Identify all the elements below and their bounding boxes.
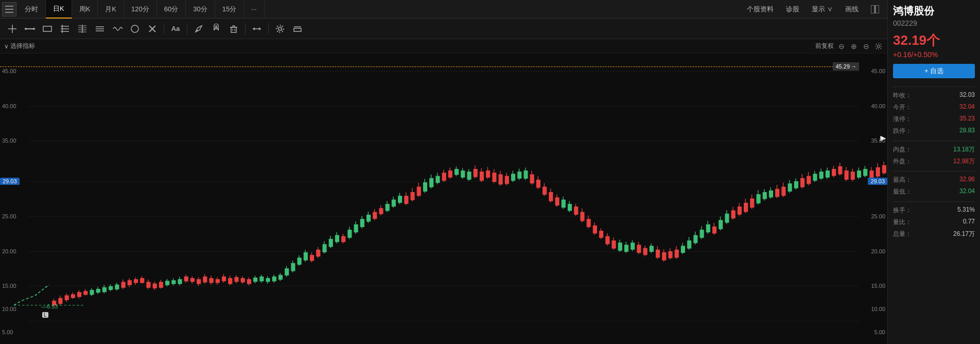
tab-more[interactable]: ···	[244, 0, 265, 19]
menu-icon[interactable]	[2, 2, 16, 16]
info-row-total-volume: 总量： 26.17万	[893, 230, 975, 238]
svg-rect-54	[84, 291, 87, 295]
chart-settings-icon[interactable]	[874, 42, 883, 51]
chart-area: 45.00 40.00 35.00 29.03 25.00 20.00 15.0…	[0, 54, 887, 344]
limit-down-label: 跌停：	[893, 127, 912, 135]
svg-point-8	[25, 28, 27, 30]
total-volume-label: 总量：	[893, 230, 912, 238]
svg-point-42	[878, 45, 880, 47]
svg-rect-78	[160, 282, 163, 287]
today-open-label: 今开：	[893, 103, 912, 112]
diagnose-btn[interactable]: 诊股	[780, 3, 806, 16]
delete-tool[interactable]	[225, 21, 242, 37]
low-value: 32.04	[959, 187, 975, 196]
svg-point-23	[131, 25, 138, 32]
zoom-out-icon[interactable]: ⊖	[837, 42, 846, 51]
yesterday-close-label: 昨收：	[893, 91, 912, 100]
svg-rect-190	[512, 174, 515, 181]
outer-volume-label: 外盘：	[893, 157, 912, 166]
svg-point-39	[278, 27, 282, 30]
top-nav: 分时 日K 周K 月K 120分 60分 30分 15分 ··· 个股资料 诊股…	[0, 0, 887, 19]
svg-rect-29	[231, 27, 236, 32]
svg-marker-38	[253, 27, 255, 30]
info-row-outer-volume: 外盘： 12.98万	[893, 157, 975, 166]
individual-stock-info-btn[interactable]: 个股资料	[741, 3, 780, 16]
chart-indicator-bar: ∨ 选择指标 前复权 ⊖ ⊕ ⊖	[0, 39, 887, 54]
turnover-label: 换手：	[893, 206, 912, 215]
tab-weekly[interactable]: 周K	[72, 0, 98, 19]
zoom-decrease-icon[interactable]: ⊖	[862, 42, 871, 51]
wave-tool[interactable]	[109, 21, 126, 37]
svg-point-9	[33, 28, 35, 30]
add-watchlist-button[interactable]: + 自选	[893, 64, 975, 78]
info-row-today-open: 今开： 32.04	[893, 103, 975, 112]
layers-tool[interactable]	[289, 21, 306, 37]
stock-change: +0.16/+0.50%	[893, 50, 975, 59]
tab-monthly[interactable]: 月K	[98, 0, 124, 19]
stock-name: 鸿博股份	[893, 4, 975, 18]
fq-button[interactable]: 前复权	[815, 42, 834, 50]
svg-rect-228	[631, 243, 635, 250]
main-area: 分时 日K 周K 月K 120分 60分 30分 15分 ··· 个股资料 诊股…	[0, 0, 887, 344]
limit-up-label: 涨停：	[893, 115, 912, 124]
chevron-down-icon: ∨	[4, 43, 9, 50]
candlestick-chart	[0, 54, 887, 344]
svg-rect-0	[5, 6, 13, 7]
line-tool[interactable]	[22, 21, 38, 37]
circle-tool[interactable]	[127, 21, 143, 37]
svg-rect-240	[669, 251, 672, 258]
svg-marker-310	[880, 136, 886, 141]
hline-tool[interactable]	[92, 21, 108, 37]
indicator-label[interactable]: 选择指标	[10, 42, 35, 50]
info-row-turnover: 换手： 5.31%	[893, 206, 975, 215]
fibonacci-tool[interactable]	[74, 21, 91, 37]
svg-marker-37	[259, 27, 261, 30]
tab-30min[interactable]: 30分	[186, 0, 215, 19]
multiline-tool[interactable]	[57, 21, 73, 37]
inner-volume-value: 13.18万	[953, 145, 975, 154]
today-open-value: 32.04	[959, 103, 975, 112]
tab-daily[interactable]: 日K	[46, 0, 72, 19]
chart-controls-right: 前复权 ⊖ ⊕ ⊖	[815, 42, 883, 51]
svg-rect-2	[5, 12, 13, 13]
svg-rect-112	[266, 279, 270, 282]
current-price-display: 45.29 →	[833, 62, 859, 71]
svg-rect-10	[43, 26, 51, 31]
drawing-toolbar: Aa	[0, 19, 887, 39]
tab-60min[interactable]: 60分	[157, 0, 186, 19]
crosshair-tool[interactable]	[4, 21, 21, 37]
cross-tool[interactable]	[144, 21, 161, 37]
zoom-in-icon[interactable]: ⊕	[849, 42, 859, 51]
layout-icon[interactable]	[865, 3, 885, 15]
high-value: 32.96	[959, 176, 975, 184]
high-label: 最高：	[893, 176, 912, 184]
text-tool[interactable]: Aa	[167, 21, 184, 37]
arrow-tool[interactable]	[249, 21, 265, 37]
stock-code: 002229	[893, 19, 975, 27]
display-btn[interactable]: 显示 ∨	[806, 3, 839, 16]
svg-rect-138	[348, 230, 352, 238]
tab-120min[interactable]: 120分	[124, 0, 157, 19]
inner-volume-label: 内盘：	[893, 145, 912, 154]
info-row-high: 最高： 32.96	[893, 176, 975, 184]
svg-rect-214	[587, 219, 590, 227]
indicator-selector[interactable]: ∨ 选择指标	[4, 42, 35, 50]
right-info-panel: 鸿博股份 002229 32.19个 +0.16/+0.50% + 自选 昨收：…	[887, 0, 980, 344]
info-row-inner-volume: 内盘： 13.18万	[893, 145, 975, 154]
svg-rect-3	[871, 5, 874, 13]
draw-btn[interactable]: 画线	[839, 3, 865, 16]
tab-15min[interactable]: 15分	[215, 0, 244, 19]
magnet-tool[interactable]	[208, 21, 224, 37]
tab-fenshi[interactable]: 分时	[18, 0, 46, 19]
svg-rect-41	[294, 28, 301, 31]
total-volume-value: 26.17万	[953, 230, 975, 238]
current-price-arrow-icon: →	[851, 63, 856, 70]
info-row-yesterday-close: 昨收： 32.03	[893, 91, 975, 100]
rect-tool[interactable]	[39, 21, 56, 37]
svg-rect-4	[876, 5, 879, 13]
fq-label: 前复权	[815, 42, 834, 50]
chart-settings-tool[interactable]	[272, 21, 288, 37]
outer-volume-value: 12.98万	[953, 157, 975, 166]
svg-rect-164	[430, 178, 433, 187]
pen-tool[interactable]	[190, 21, 207, 37]
